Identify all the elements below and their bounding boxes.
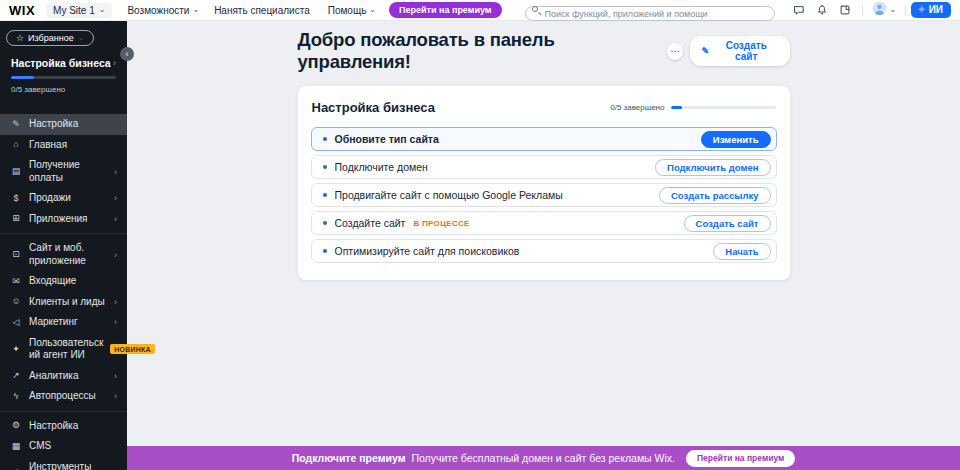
sidebar-item[interactable]: ↗ Аналитика › [0,366,127,387]
task-label: Оптимизируйте сайт для поисковиков [335,245,520,257]
chevron-right-icon: › [114,193,117,203]
apps-panel-icon[interactable] [839,4,852,17]
account-menu[interactable]: ⌄ [872,1,897,20]
sidebar-item-label: Настройка [29,420,117,433]
upgrade-premium-button[interactable]: Перейти на премиум [389,2,501,18]
separator [862,5,863,16]
site-selector[interactable]: My Site 1 ⌄ [46,3,112,18]
sidebar-item-label: Пользовательск ий агент ИИ [29,337,103,362]
sidebar-item[interactable]: ◁ Маркетинг › [0,312,127,333]
task-action-button[interactable]: Изменить [701,131,771,148]
search-icon [532,6,538,12]
create-site-header-button[interactable]: ✎ Создать сайт [690,36,789,66]
sidebar-item-label: Настройка [29,118,117,131]
task-label: Продвигайте сайт с помощью Google Реклам… [335,189,563,201]
more-actions-button[interactable]: ⋯ [667,43,684,60]
banner-title: Подключите премиум [292,452,406,464]
task-label: Создайте сайт [335,217,406,229]
sidebar-collapse-button[interactable]: ‹ [120,47,134,61]
new-badge: НОВИНКА [110,344,154,354]
card-progress-fill [671,106,683,109]
task-row: Подключите домен Подключить домен [311,155,777,179]
content-column: Добро пожаловать в панель управления! ⋯ … [298,20,790,280]
sidebar-item[interactable]: ⌂ Главная [0,135,127,156]
sidebar-item[interactable]: ⊡ Сайт и моб. приложение › [0,238,127,271]
task-list: Обновите тип сайта Изменить Подключите д… [311,127,777,263]
card-title: Настройка бизнеса [312,100,435,115]
bullet-icon [323,137,327,141]
task-action-button[interactable]: Создать сайт [684,215,771,232]
top-nav-item[interactable]: Возможности ⌄ [127,5,199,16]
sidebar-item[interactable]: ✦ Пользовательск ий агент ИИ НОВИНКА [0,333,127,366]
business-setup-card: Настройка бизнеса 0/5 завершено Обновите… [298,86,790,280]
chevron-right-icon: › [113,58,116,68]
topbar-right: ⌄ ✦ ИИ [525,1,951,20]
ai-assistant-button[interactable]: ✦ ИИ [911,2,951,18]
favorites-label: Избранное [28,33,74,43]
star-icon: ☆ [16,33,24,43]
sidebar-item-label: Входящие [29,275,117,288]
task-action-button[interactable]: Создать рассылку [659,187,771,204]
setup-progress-fill [11,76,34,79]
separator [905,5,906,16]
sidebar-item[interactable]: ✎ Настройка [0,114,127,135]
sidebar-item-label: Приложения [29,213,107,226]
inbox-icon: ✉ [10,277,22,286]
sidebar-item[interactable]: ϟ Автопроцессы › [0,386,127,407]
sidebar-item[interactable]: $ Продажи › [0,188,127,209]
sidebar-item-label: Аналитика [29,370,107,383]
automations-icon: ϟ [10,392,22,401]
sidebar-item-label: Инструменты разработчика [29,461,107,470]
search-input[interactable] [525,6,775,21]
business-setup-summary: Настройка бизнеса › 0/5 завершено [0,57,127,94]
chevron-down-icon: ⌄ [78,34,85,42]
card-header: Настройка бизнеса 0/5 завершено [312,100,776,115]
marketing-icon: ◁ [10,318,22,327]
notifications-bell-icon[interactable] [816,4,829,17]
task-row: Обновите тип сайта Изменить [311,127,777,151]
task-status-badge: В ПРОЦЕССЕ [413,219,469,228]
chevron-down-icon: ⌄ [369,6,376,14]
contacts-icon: ☺ [10,297,22,306]
page-title: Добро пожаловать в панель управления! [298,29,667,73]
sidebar-item[interactable]: ▦ CMS [0,436,127,457]
sidebar-nav: ✎ Настройка ⌂ Главная ▤ Получение оплаты… [0,114,127,470]
card-progress-caption: 0/5 завершено [610,103,664,112]
setup-progress-caption: 0/5 завершено [11,85,116,94]
create-site-header-label: Создать сайт [714,40,779,62]
top-nav-item[interactable]: Помощь ⌄ [328,5,376,16]
chat-icon[interactable] [793,4,806,17]
task-action-button[interactable]: Подключить домен [655,159,770,176]
business-setup-link[interactable]: Настройка бизнеса › [11,57,116,69]
sidebar-item[interactable]: ⊞ Приложения › [0,209,127,230]
sidebar-item[interactable]: </> Инструменты разработчика › [0,457,127,470]
avatar [872,1,887,20]
premium-banner: Подключите премиум Получите бесплатный д… [127,446,960,470]
ai-sparkle-icon: ✦ [10,345,22,354]
top-nav-item-label: Возможности [127,5,189,16]
chevron-down-icon: ⌄ [99,6,106,14]
cms-icon: ▦ [10,442,22,451]
card-progress: 0/5 завершено [610,103,775,112]
top-nav: Возможности ⌄ Нанять специалиста Помощь … [112,5,376,16]
top-nav-item[interactable]: Нанять специалиста [214,5,313,16]
sidebar-item-label: Автопроцессы [29,390,107,403]
sidebar-item-label: Продажи [29,192,107,205]
main-area: Добро пожаловать в панель управления! ⋯ … [127,20,960,470]
sidebar-item[interactable]: ☺ Клиенты и лиды › [0,292,127,313]
bullet-icon [323,249,327,253]
gear-icon: ⚙ [10,421,22,430]
task-row: Создайте сайт В ПРОЦЕССЕ Создать сайт [311,211,777,235]
chevron-right-icon: › [114,250,117,260]
task-action-button[interactable]: Начать [713,243,770,260]
sidebar-item[interactable]: ⚙ Настройка [0,416,127,437]
invoice-icon: ▤ [10,167,22,176]
sidebar-item[interactable]: ✉ Входящие [0,271,127,292]
banner-premium-button[interactable]: Перейти на премиум [686,450,795,467]
sidebar-item-label: Получение оплаты [29,159,107,184]
sidebar-item[interactable]: ▤ Получение оплаты › [0,155,127,188]
setup-title: Настройка бизнеса [11,57,111,69]
favorites-button[interactable]: ☆ Избранное ⌄ [6,30,94,46]
sidebar-item-label: Маркетинг [29,316,107,329]
analytics-icon: ↗ [10,371,22,380]
